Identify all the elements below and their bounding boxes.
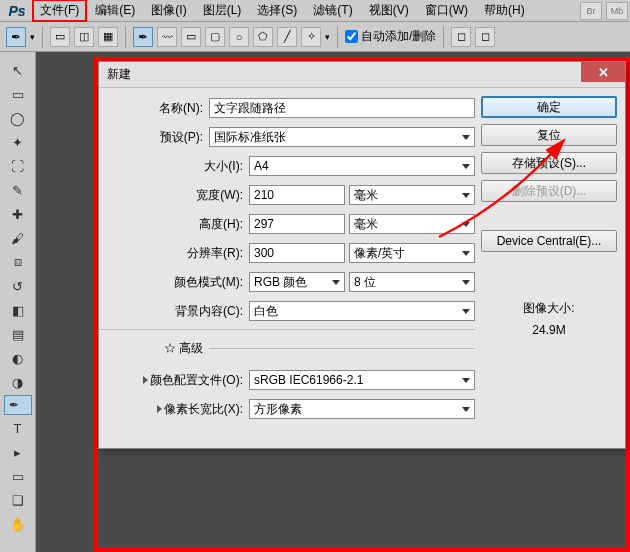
- wand-tool[interactable]: ✦: [4, 131, 32, 153]
- lasso-tool[interactable]: ◯: [4, 107, 32, 129]
- shape-ellipse-icon[interactable]: ○: [229, 27, 249, 47]
- history-tool[interactable]: ↺: [4, 275, 32, 297]
- hand-tool[interactable]: ✋: [4, 513, 32, 535]
- preset-label: 预设(P):: [99, 129, 209, 146]
- menu-filter[interactable]: 滤镜(T): [305, 0, 360, 21]
- menu-select[interactable]: 选择(S): [249, 0, 305, 21]
- blur-tool[interactable]: ◐: [4, 347, 32, 369]
- dialog-titlebar: 新建 ✕: [99, 62, 625, 88]
- height-input[interactable]: [249, 214, 345, 234]
- mode-label: 颜色模式(M):: [99, 274, 249, 291]
- mode-path[interactable]: ◫: [74, 27, 94, 47]
- bg-select[interactable]: 白色: [249, 301, 475, 321]
- mode-shape[interactable]: ▭: [50, 27, 70, 47]
- ok-button[interactable]: 确定: [481, 96, 617, 118]
- new-document-dialog: 新建 ✕ 名称(N): 预设(P): 国际标准纸张 大小(I): A4: [98, 61, 626, 449]
- menu-view[interactable]: 视图(V): [361, 0, 417, 21]
- name-input[interactable]: [209, 98, 475, 118]
- width-unit-select[interactable]: 毫米: [349, 185, 475, 205]
- shape-poly-icon[interactable]: ⬠: [253, 27, 273, 47]
- menu-layer[interactable]: 图层(L): [195, 0, 250, 21]
- advanced-toggle[interactable]: ☆ 高级: [99, 340, 209, 357]
- move-tool[interactable]: ↖: [4, 59, 32, 81]
- shape-rect-icon[interactable]: ▭: [181, 27, 201, 47]
- app-logo: Ps: [2, 2, 32, 20]
- options-bar: ✒ ▾ ▭ ◫ ▦ ✒ 〰 ▭ ▢ ○ ⬠ ╱ ✧ ▾ 自动添加/删除 ◻ ◻: [0, 22, 630, 52]
- toolbox: ↖ ▭ ◯ ✦ ⛶ ✎ ✚ 🖌 ⧈ ↺ ◧ ▤ ◐ ◑ ✒ T ▸ ▭ ❏ ✋: [0, 52, 36, 552]
- pen-icon[interactable]: ✒: [133, 27, 153, 47]
- profile-select[interactable]: sRGB IEC61966-2.1: [249, 370, 475, 390]
- shape-roundrect-icon[interactable]: ▢: [205, 27, 225, 47]
- menu-edit[interactable]: 编辑(E): [87, 0, 143, 21]
- depth-select[interactable]: 8 位: [349, 272, 475, 292]
- bg-label: 背景内容(C):: [99, 303, 249, 320]
- device-central-button[interactable]: Device Central(E)...: [481, 230, 617, 252]
- height-label: 高度(H):: [99, 216, 249, 233]
- menu-bar: Ps 文件(F) 编辑(E) 图像(I) 图层(L) 选择(S) 滤镜(T) 视…: [0, 0, 630, 22]
- mode-select[interactable]: RGB 颜色: [249, 272, 345, 292]
- close-button[interactable]: ✕: [581, 62, 625, 82]
- width-input[interactable]: [249, 185, 345, 205]
- image-size-info: 图像大小: 24.9M: [481, 298, 617, 341]
- res-unit-select[interactable]: 像素/英寸: [349, 243, 475, 263]
- brush-tool[interactable]: 🖌: [4, 227, 32, 249]
- 3d-tool[interactable]: ❏: [4, 489, 32, 511]
- res-label: 分辨率(R):: [99, 245, 249, 262]
- name-label: 名称(N):: [99, 100, 209, 117]
- size-select[interactable]: A4: [249, 156, 475, 176]
- menu-image[interactable]: 图像(I): [143, 0, 194, 21]
- mode-fill[interactable]: ▦: [98, 27, 118, 47]
- mb-button[interactable]: Mb: [606, 2, 628, 20]
- preset-select[interactable]: 国际标准纸张: [209, 127, 475, 147]
- save-preset-button[interactable]: 存储预设(S)...: [481, 152, 617, 174]
- width-label: 宽度(W):: [99, 187, 249, 204]
- size-label: 大小(I):: [99, 158, 249, 175]
- freeform-icon[interactable]: 〰: [157, 27, 177, 47]
- type-tool[interactable]: T: [4, 417, 32, 439]
- auto-add-delete-checkbox[interactable]: 自动添加/删除: [345, 28, 436, 45]
- shape-custom-icon[interactable]: ✧: [301, 27, 321, 47]
- path-select-tool[interactable]: ▸: [4, 441, 32, 463]
- shape-tool[interactable]: ▭: [4, 465, 32, 487]
- aspect-select[interactable]: 方形像素: [249, 399, 475, 419]
- height-unit-select[interactable]: 毫米: [349, 214, 475, 234]
- dodge-tool[interactable]: ◑: [4, 371, 32, 393]
- stamp-tool[interactable]: ⧈: [4, 251, 32, 273]
- path-op1-icon[interactable]: ◻: [451, 27, 471, 47]
- menu-window[interactable]: 窗口(W): [417, 0, 476, 21]
- crop-tool[interactable]: ⛶: [4, 155, 32, 177]
- eraser-tool[interactable]: ◧: [4, 299, 32, 321]
- eyedropper-tool[interactable]: ✎: [4, 179, 32, 201]
- gradient-tool[interactable]: ▤: [4, 323, 32, 345]
- aspect-label: 像素长宽比(X):: [99, 401, 249, 418]
- tool-preset[interactable]: ✒: [6, 27, 26, 47]
- path-op2-icon[interactable]: ◻: [475, 27, 495, 47]
- shape-line-icon[interactable]: ╱: [277, 27, 297, 47]
- delete-preset-button: 删除预设(D)...: [481, 180, 617, 202]
- pen-tool[interactable]: ✒: [4, 395, 32, 415]
- canvas-area: 新建 ✕ 名称(N): 预设(P): 国际标准纸张 大小(I): A4: [36, 52, 630, 552]
- menu-file[interactable]: 文件(F): [32, 0, 87, 22]
- dialog-title: 新建: [107, 66, 131, 83]
- marquee-tool[interactable]: ▭: [4, 83, 32, 105]
- profile-label: 颜色配置文件(O):: [99, 372, 249, 389]
- res-input[interactable]: [249, 243, 345, 263]
- bridge-button[interactable]: Br: [580, 2, 602, 20]
- menu-help[interactable]: 帮助(H): [476, 0, 533, 21]
- reset-button[interactable]: 复位: [481, 124, 617, 146]
- heal-tool[interactable]: ✚: [4, 203, 32, 225]
